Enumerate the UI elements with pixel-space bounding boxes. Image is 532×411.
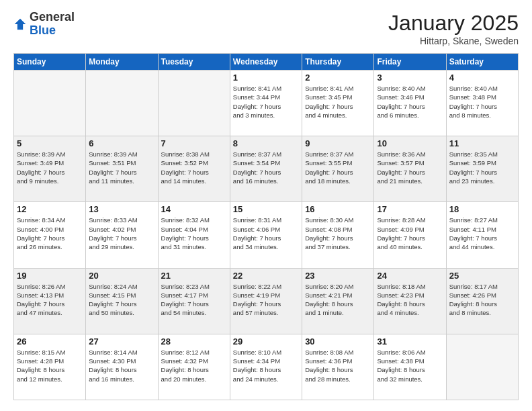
weekday-header-friday: Friday	[374, 54, 446, 71]
calendar-day-cell: 14Sunrise: 8:32 AM Sunset: 4:04 PM Dayli…	[158, 202, 230, 268]
day-number: 7	[161, 138, 227, 148]
calendar-day-cell: 9Sunrise: 8:37 AM Sunset: 3:55 PM Daylig…	[302, 136, 374, 202]
day-number: 30	[305, 336, 371, 347]
calendar-day-cell: 18Sunrise: 8:27 AM Sunset: 4:11 PM Dayli…	[446, 202, 518, 268]
weekday-header-saturday: Saturday	[446, 54, 518, 71]
weekday-header-thursday: Thursday	[302, 54, 374, 71]
calendar-day-cell: 8Sunrise: 8:37 AM Sunset: 3:54 PM Daylig…	[230, 136, 302, 202]
day-number: 29	[233, 336, 299, 347]
calendar-day-cell: 3Sunrise: 8:40 AM Sunset: 3:46 PM Daylig…	[374, 71, 446, 136]
calendar-day-cell: 1Sunrise: 8:41 AM Sunset: 3:44 PM Daylig…	[230, 71, 302, 136]
day-number: 14	[161, 204, 227, 214]
calendar-title: January 2025	[388, 11, 519, 36]
calendar-day-cell	[14, 71, 86, 136]
day-info: Sunrise: 8:06 AM Sunset: 4:38 PM Dayligh…	[377, 348, 443, 383]
day-info: Sunrise: 8:39 AM Sunset: 3:51 PM Dayligh…	[89, 150, 154, 185]
day-info: Sunrise: 8:33 AM Sunset: 4:02 PM Dayligh…	[89, 216, 154, 251]
calendar-day-cell: 10Sunrise: 8:36 AM Sunset: 3:57 PM Dayli…	[374, 136, 446, 202]
day-number: 2	[305, 73, 371, 83]
weekday-header-row: SundayMondayTuesdayWednesdayThursdayFrid…	[14, 54, 519, 71]
day-number: 17	[377, 204, 443, 214]
calendar-day-cell: 24Sunrise: 8:18 AM Sunset: 4:23 PM Dayli…	[374, 268, 446, 334]
day-number: 27	[89, 336, 154, 347]
calendar-day-cell: 31Sunrise: 8:06 AM Sunset: 4:38 PM Dayli…	[374, 334, 446, 400]
calendar-subtitle: Hittarp, Skane, Sweden	[388, 36, 519, 46]
day-info: Sunrise: 8:40 AM Sunset: 3:48 PM Dayligh…	[449, 84, 515, 120]
day-number: 31	[377, 336, 443, 347]
day-info: Sunrise: 8:34 AM Sunset: 4:00 PM Dayligh…	[17, 216, 83, 251]
day-number: 1	[233, 73, 299, 83]
calendar-day-cell: 16Sunrise: 8:30 AM Sunset: 4:08 PM Dayli…	[302, 202, 374, 268]
calendar-day-cell: 22Sunrise: 8:22 AM Sunset: 4:19 PM Dayli…	[230, 268, 302, 334]
calendar-day-cell: 19Sunrise: 8:26 AM Sunset: 4:13 PM Dayli…	[14, 268, 86, 334]
day-info: Sunrise: 8:14 AM Sunset: 4:30 PM Dayligh…	[89, 348, 154, 383]
svg-marker-0	[15, 18, 26, 30]
day-number: 20	[89, 271, 154, 281]
weekday-header-sunday: Sunday	[14, 54, 86, 71]
day-number: 25	[449, 271, 515, 281]
day-number: 19	[17, 271, 83, 281]
day-info: Sunrise: 8:17 AM Sunset: 4:26 PM Dayligh…	[449, 282, 515, 318]
day-number: 21	[161, 271, 227, 281]
day-info: Sunrise: 8:31 AM Sunset: 4:06 PM Dayligh…	[233, 216, 299, 251]
calendar-day-cell: 13Sunrise: 8:33 AM Sunset: 4:02 PM Dayli…	[86, 202, 158, 268]
day-number: 4	[449, 73, 515, 83]
calendar-day-cell: 30Sunrise: 8:08 AM Sunset: 4:36 PM Dayli…	[302, 334, 374, 400]
day-info: Sunrise: 8:37 AM Sunset: 3:54 PM Dayligh…	[233, 150, 299, 185]
calendar-day-cell: 4Sunrise: 8:40 AM Sunset: 3:48 PM Daylig…	[446, 71, 518, 136]
calendar-day-cell: 12Sunrise: 8:34 AM Sunset: 4:00 PM Dayli…	[14, 202, 86, 268]
title-block: January 2025 Hittarp, Skane, Sweden	[388, 11, 519, 46]
calendar-day-cell: 17Sunrise: 8:28 AM Sunset: 4:09 PM Dayli…	[374, 202, 446, 268]
calendar-week-row: 19Sunrise: 8:26 AM Sunset: 4:13 PM Dayli…	[14, 268, 519, 334]
calendar-day-cell: 20Sunrise: 8:24 AM Sunset: 4:15 PM Dayli…	[86, 268, 158, 334]
day-number: 8	[233, 138, 299, 148]
calendar-day-cell	[86, 71, 158, 136]
calendar-day-cell: 2Sunrise: 8:41 AM Sunset: 3:45 PM Daylig…	[302, 71, 374, 136]
day-number: 13	[89, 204, 154, 214]
day-number: 11	[449, 138, 515, 148]
calendar-week-row: 12Sunrise: 8:34 AM Sunset: 4:00 PM Dayli…	[14, 202, 519, 268]
day-number: 22	[233, 271, 299, 281]
day-info: Sunrise: 8:08 AM Sunset: 4:36 PM Dayligh…	[305, 348, 371, 383]
day-number: 15	[233, 204, 299, 214]
calendar-table: SundayMondayTuesdayWednesdayThursdayFrid…	[13, 53, 519, 400]
calendar-day-cell: 5Sunrise: 8:39 AM Sunset: 3:49 PM Daylig…	[14, 136, 86, 202]
day-info: Sunrise: 8:12 AM Sunset: 4:32 PM Dayligh…	[161, 348, 227, 383]
logo: General Blue	[13, 11, 75, 38]
day-info: Sunrise: 8:10 AM Sunset: 4:34 PM Dayligh…	[233, 348, 299, 383]
day-number: 26	[17, 336, 83, 347]
day-info: Sunrise: 8:20 AM Sunset: 4:21 PM Dayligh…	[305, 282, 371, 318]
day-info: Sunrise: 8:41 AM Sunset: 3:45 PM Dayligh…	[305, 84, 371, 120]
day-number: 10	[377, 138, 443, 148]
calendar-day-cell: 11Sunrise: 8:35 AM Sunset: 3:59 PM Dayli…	[446, 136, 518, 202]
header: General Blue January 2025 Hittarp, Skane…	[13, 11, 519, 46]
day-info: Sunrise: 8:24 AM Sunset: 4:15 PM Dayligh…	[89, 282, 154, 318]
day-info: Sunrise: 8:15 AM Sunset: 4:28 PM Dayligh…	[17, 348, 83, 383]
weekday-header-monday: Monday	[86, 54, 158, 71]
day-number: 23	[305, 271, 371, 281]
day-info: Sunrise: 8:28 AM Sunset: 4:09 PM Dayligh…	[377, 216, 443, 251]
day-info: Sunrise: 8:18 AM Sunset: 4:23 PM Dayligh…	[377, 282, 443, 318]
day-number: 12	[17, 204, 83, 214]
day-info: Sunrise: 8:37 AM Sunset: 3:55 PM Dayligh…	[305, 150, 371, 185]
day-info: Sunrise: 8:39 AM Sunset: 3:49 PM Dayligh…	[17, 150, 83, 185]
calendar-day-cell: 27Sunrise: 8:14 AM Sunset: 4:30 PM Dayli…	[86, 334, 158, 400]
calendar-day-cell: 28Sunrise: 8:12 AM Sunset: 4:32 PM Dayli…	[158, 334, 230, 400]
calendar-day-cell	[158, 71, 230, 136]
logo-general: General	[30, 10, 75, 24]
day-number: 3	[377, 73, 443, 83]
day-info: Sunrise: 8:35 AM Sunset: 3:59 PM Dayligh…	[449, 150, 515, 185]
calendar-day-cell: 25Sunrise: 8:17 AM Sunset: 4:26 PM Dayli…	[446, 268, 518, 334]
day-info: Sunrise: 8:36 AM Sunset: 3:57 PM Dayligh…	[377, 150, 443, 185]
day-info: Sunrise: 8:32 AM Sunset: 4:04 PM Dayligh…	[161, 216, 227, 251]
calendar-day-cell: 23Sunrise: 8:20 AM Sunset: 4:21 PM Dayli…	[302, 268, 374, 334]
day-info: Sunrise: 8:41 AM Sunset: 3:44 PM Dayligh…	[233, 84, 299, 120]
day-number: 16	[305, 204, 371, 214]
weekday-header-tuesday: Tuesday	[158, 54, 230, 71]
day-number: 24	[377, 271, 443, 281]
day-info: Sunrise: 8:38 AM Sunset: 3:52 PM Dayligh…	[161, 150, 227, 185]
day-info: Sunrise: 8:27 AM Sunset: 4:11 PM Dayligh…	[449, 216, 515, 251]
day-info: Sunrise: 8:23 AM Sunset: 4:17 PM Dayligh…	[161, 282, 227, 318]
calendar-day-cell	[446, 334, 518, 400]
day-number: 18	[449, 204, 515, 214]
